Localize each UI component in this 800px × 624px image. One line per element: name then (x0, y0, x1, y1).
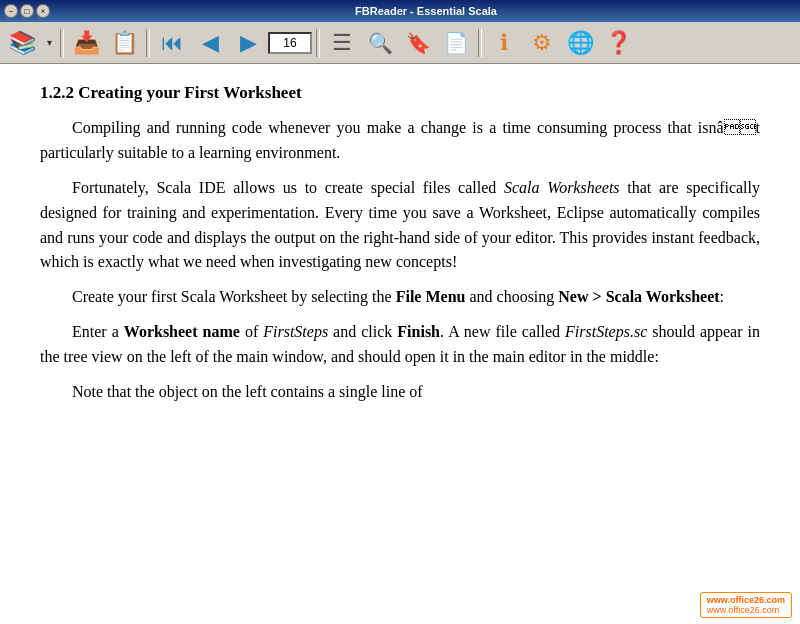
info-icon: ℹ (500, 30, 508, 56)
search-icon: 🔍 (368, 31, 393, 55)
book-icon: 📚 (9, 30, 36, 56)
add-book-button[interactable]: 📥 (68, 26, 104, 60)
help-button[interactable]: ❓ (600, 26, 636, 60)
section-heading: 1.2.2 Creating your First Worksheet (40, 80, 760, 106)
paragraph-3: Create your first Scala Worksheet by sel… (40, 285, 760, 310)
toolbar: 📚 ▾ 📥 📋 ⏮ ◀ ▶ ☰ 🔍 🔖 📄 ℹ (0, 22, 800, 64)
dropdown-button[interactable]: ▾ (42, 26, 56, 60)
network-icon: 🌐 (567, 30, 594, 56)
page-number-input[interactable] (268, 32, 312, 54)
separator-3 (316, 29, 320, 57)
separator-2 (146, 29, 150, 57)
window-controls[interactable]: − □ × (4, 4, 50, 18)
next-page-icon: ▶ (240, 30, 257, 56)
italic-firststeps: FirstSteps (263, 323, 328, 340)
recent-icon: 📋 (111, 30, 138, 56)
settings-button[interactable]: ⚙ (524, 26, 560, 60)
separator-1 (60, 29, 64, 57)
info-button[interactable]: ℹ (486, 26, 522, 60)
add-book-icon: 📥 (73, 30, 100, 56)
bookmarks-icon: 🔖 (406, 31, 431, 55)
paragraph-1: Compiling and running code whenever you … (40, 116, 760, 166)
separator-4 (478, 29, 482, 57)
network-button[interactable]: 🌐 (562, 26, 598, 60)
dict-button[interactable]: 📄 (438, 26, 474, 60)
search-button[interactable]: 🔍 (362, 26, 398, 60)
bold-finish: Finish (397, 323, 440, 340)
bold-worksheet-name: Worksheet name (124, 323, 240, 340)
recent-button[interactable]: 📋 (106, 26, 142, 60)
page-content[interactable]: 1.2.2 Creating your First Worksheet Comp… (0, 64, 800, 624)
bold-new-worksheet: New > Scala Worksheet (558, 288, 719, 305)
bookmarks-button[interactable]: 🔖 (400, 26, 436, 60)
paragraph-5: Note that the object on the left contain… (40, 380, 760, 405)
prev-section-icon: ⏮ (161, 30, 183, 56)
maximize-button[interactable]: □ (20, 4, 34, 18)
next-page-button[interactable]: ▶ (230, 26, 266, 60)
content-area: 1.2.2 Creating your First Worksheet Comp… (0, 64, 800, 624)
bold-file-menu: File Menu (396, 288, 466, 305)
toc-button[interactable]: ☰ (324, 26, 360, 60)
settings-icon: ⚙ (532, 30, 552, 56)
minimize-button[interactable]: − (4, 4, 18, 18)
prev-page-button[interactable]: ◀ (192, 26, 228, 60)
help-icon: ❓ (605, 30, 632, 56)
paragraph-2: Fortunately, Scala IDE allows us to crea… (40, 176, 760, 275)
toc-icon: ☰ (332, 30, 352, 56)
window-title: FBReader - Essential Scala (56, 5, 796, 17)
dropdown-arrow-icon: ▾ (47, 37, 52, 48)
titlebar: − □ × FBReader - Essential Scala (0, 0, 800, 22)
close-button[interactable]: × (36, 4, 50, 18)
italic-worksheets: Scala Worksheets (504, 179, 620, 196)
paragraph-4: Enter a Worksheet name of FirstSteps and… (40, 320, 760, 370)
open-library-button[interactable]: 📚 (4, 26, 40, 60)
prev-page-icon: ◀ (202, 30, 219, 56)
prev-section-button[interactable]: ⏮ (154, 26, 190, 60)
dict-icon: 📄 (444, 31, 469, 55)
italic-firststeps-sc: FirstSteps.sc (565, 323, 647, 340)
